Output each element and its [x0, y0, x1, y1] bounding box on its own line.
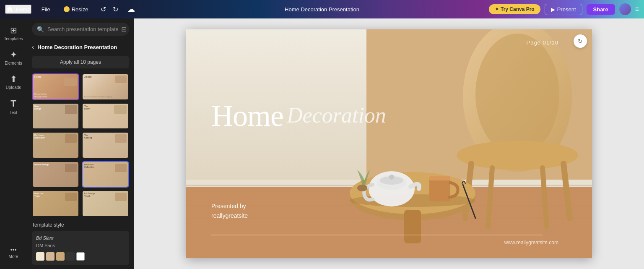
home-button[interactable]: Home	[5, 5, 31, 14]
slide-thumb-10[interactable]: Let DesignTouch	[82, 190, 129, 217]
avatar	[619, 3, 631, 15]
play-icon: ▶	[551, 6, 555, 13]
uploads-icon: ⬆	[10, 74, 17, 84]
swatch-2[interactable]	[46, 252, 55, 261]
refresh-icon: ↻	[578, 38, 583, 44]
text-icon: T	[10, 98, 16, 109]
home-label: Home	[16, 6, 31, 13]
templates-icon: ⊞	[10, 25, 17, 35]
svg-point-10	[475, 34, 559, 155]
sidebar-item-uploads[interactable]: ⬆ Uploads	[2, 71, 25, 93]
slide-title-decoration: Decoration	[287, 103, 386, 128]
slide-subtitle-line1: Presented by	[211, 201, 248, 211]
slide-thumb-inner-6: TheCatalog	[83, 133, 128, 158]
slide-thumb-1[interactable]: Home Presented byreallygreatsite	[32, 73, 79, 100]
swatch-5[interactable]	[76, 252, 85, 261]
try-canva-button[interactable]: ✦ Try Canva Pro	[489, 4, 540, 14]
more-icon: •••	[10, 246, 17, 253]
avatar-area	[619, 3, 631, 15]
refresh-button[interactable]: ↻	[574, 34, 587, 48]
topbar: Home File Resize ↺ ↻ ☁ Home Decoration P…	[0, 0, 644, 18]
slide-subtitle-line2: reallygreatsite	[211, 211, 248, 220]
cloud-save-button[interactable]: ☁	[127, 5, 135, 14]
swatch-1[interactable]	[36, 252, 44, 261]
sidebar-item-text[interactable]: T Text	[2, 95, 25, 118]
svg-rect-24	[429, 178, 450, 201]
slide-thumb-4[interactable]: TheStory	[82, 103, 129, 130]
font-preview-script: Bd Slant	[36, 235, 125, 240]
slide-thumb-inner-1: Home Presented byreallygreatsite	[33, 74, 78, 99]
topbar-title: Home Decoration Presentation	[285, 6, 359, 13]
sidebar-item-templates[interactable]: ⊞ Templates	[2, 22, 25, 44]
main-canvas: Page 01/10 Home Decoration Presented by …	[134, 18, 644, 269]
slide-thumb-2[interactable]: About Lorem ipsum text about the company	[82, 73, 129, 100]
style-preview: Bd Slant DM Sans	[32, 231, 129, 265]
slide-thumb-inner-2: About Lorem ipsum text about the company	[83, 74, 128, 99]
slide-page-number: Page 01/10	[526, 39, 558, 46]
topbar-right: ✦ Try Canva Pro ▶ Present Share ≡	[489, 3, 639, 15]
home-icon	[6, 5, 13, 13]
file-button[interactable]: File	[38, 5, 54, 14]
slide-website: www.reallygreatsite.com	[504, 240, 558, 245]
slide-thumb-inner-7: Interior Design	[33, 162, 78, 187]
sidebar-item-more[interactable]: ••• More	[2, 243, 25, 262]
swatch-3[interactable]	[56, 252, 65, 261]
slide-thumb-5[interactable]: FurnitureDecoration	[32, 132, 79, 159]
undo-redo-group: ↺ ↻	[98, 5, 121, 14]
filter-icon[interactable]: ⊟	[121, 25, 127, 33]
template-panel: 🔍 ⊟ ‹ Home Decoration Presentation Apply…	[27, 18, 134, 269]
svg-point-11	[457, 141, 578, 170]
sidebar-item-elements[interactable]: ✦ Elements	[2, 46, 25, 69]
left-sidebar: ⊞ Templates ✦ Elements ⬆ Uploads T Text …	[0, 18, 27, 269]
elements-icon: ✦	[10, 50, 17, 60]
slides-grid: Home Presented byreallygreatsite About L…	[27, 73, 134, 217]
resize-icon	[64, 6, 70, 12]
svg-point-23	[389, 175, 394, 180]
bars-icon[interactable]: ≡	[635, 5, 639, 13]
slide-thumb-3[interactable]: NewDesign	[32, 103, 79, 130]
slide-scene-svg	[186, 29, 592, 258]
font-name-label: DM Sans	[36, 243, 125, 248]
slide-thumb-inner-9: Meet theTeam	[33, 191, 78, 216]
color-swatches	[36, 252, 125, 261]
present-button[interactable]: ▶ Present	[545, 4, 582, 15]
slide-thumb-8[interactable]: FurnitureCollection	[82, 161, 129, 188]
swatch-4[interactable]	[66, 252, 75, 261]
slide-thumb-inner-8: FurnitureCollection	[83, 162, 128, 187]
slide-subtitle: Presented by reallygreatsite	[211, 201, 248, 220]
slide-thumb-9[interactable]: Meet theTeam	[32, 190, 79, 217]
back-button[interactable]: ‹	[32, 43, 34, 51]
redo-button[interactable]: ↻	[110, 5, 121, 14]
slide-thumb-7[interactable]: Interior Design	[32, 161, 79, 188]
search-bar: 🔍 ⊟	[32, 23, 129, 36]
undo-button[interactable]: ↺	[98, 5, 109, 14]
share-button[interactable]: Share	[587, 4, 615, 15]
template-style-section: Template style Bd Slant DM Sans	[27, 217, 134, 269]
slide-thumb-inner-5: FurnitureDecoration	[33, 133, 78, 158]
apply-all-button[interactable]: Apply all 10 pages	[32, 56, 129, 68]
search-input[interactable]	[47, 26, 118, 32]
slide-thumb-6[interactable]: TheCatalog	[82, 132, 129, 159]
svg-point-28	[357, 185, 367, 191]
template-style-label: Template style	[32, 222, 129, 228]
svg-rect-25	[429, 176, 450, 180]
slide-canvas[interactable]: Page 01/10 Home Decoration Presented by …	[186, 29, 592, 258]
resize-button[interactable]: Resize	[60, 5, 92, 14]
slide-thumb-inner-3: NewDesign	[33, 104, 78, 129]
back-header: ‹ Home Decoration Presentation	[27, 40, 134, 54]
topbar-left: Home File Resize ↺ ↻ ☁	[5, 5, 482, 14]
slide-thumb-inner-4: TheStory	[83, 104, 128, 129]
panel-title: Home Decoration Presentation	[37, 44, 117, 50]
svg-rect-19	[404, 210, 421, 243]
search-icon: 🔍	[37, 26, 44, 33]
star-icon: ✦	[495, 6, 499, 12]
slide-thumb-inner-10: Let DesignTouch	[83, 191, 128, 216]
slide-title-home: Home	[211, 99, 283, 133]
